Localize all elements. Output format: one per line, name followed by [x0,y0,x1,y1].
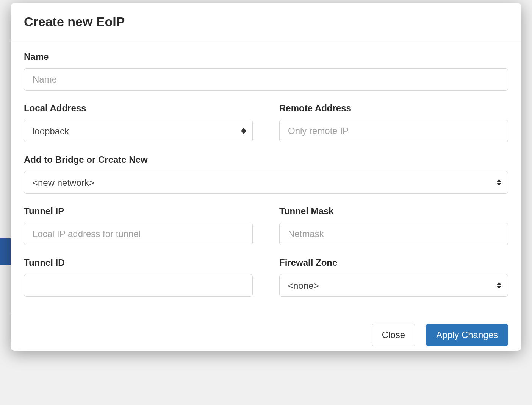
local-address-select[interactable]: loopback [24,120,253,142]
remote-address-group: Remote Address [279,103,508,142]
tunnel-id-input[interactable] [24,274,253,297]
tunnel-ip-group: Tunnel IP [24,206,253,245]
tunnel-id-group: Tunnel ID [24,257,253,297]
bridge-group: Add to Bridge or Create New <new network… [24,154,508,194]
background-accent [0,238,11,265]
tunnel-mask-input[interactable] [279,223,508,245]
close-button[interactable]: Close [372,324,415,346]
apply-changes-button[interactable]: Apply Changes [426,324,508,346]
modal-body: Name Local Address loopback Remote Addre… [11,40,521,312]
tunnel-mask-group: Tunnel Mask [279,206,508,245]
firewall-zone-select[interactable]: <none> [279,274,508,297]
create-eoip-modal: Create new EoIP Name Local Address loopb… [11,3,521,351]
tunnel-ip-label: Tunnel IP [24,206,253,217]
name-input[interactable] [24,68,508,91]
name-label: Name [24,51,508,62]
name-group: Name [24,51,508,91]
local-address-select-wrap: loopback [24,120,253,142]
firewall-zone-group: Firewall Zone <none> [279,257,508,297]
modal-footer: Close Apply Changes [11,312,521,351]
bridge-select-wrap: <new network> [24,171,508,194]
modal-header: Create new EoIP [11,3,521,40]
remote-address-input[interactable] [279,120,508,142]
tunnel-id-label: Tunnel ID [24,257,253,268]
remote-address-label: Remote Address [279,103,508,114]
bridge-select[interactable]: <new network> [24,171,508,194]
firewall-zone-label: Firewall Zone [279,257,508,268]
tunnel-ip-input[interactable] [24,223,253,245]
modal-title: Create new EoIP [24,14,508,29]
bridge-label: Add to Bridge or Create New [24,154,508,165]
tunnel-mask-label: Tunnel Mask [279,206,508,217]
local-address-label: Local Address [24,103,253,114]
firewall-zone-select-wrap: <none> [279,274,508,297]
local-address-group: Local Address loopback [24,103,253,142]
